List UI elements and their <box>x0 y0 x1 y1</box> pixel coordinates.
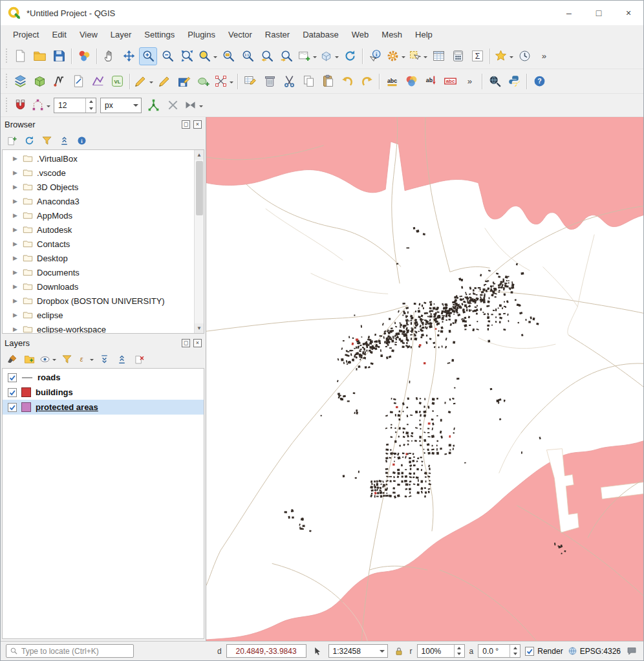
spin-up-icon[interactable] <box>86 98 96 105</box>
pin-labels-button[interactable] <box>422 72 440 91</box>
new-virtual-layer-button[interactable] <box>108 72 126 91</box>
refresh-map-button[interactable] <box>341 47 359 65</box>
maximize-button[interactable]: □ <box>584 1 614 25</box>
layer-visibility-checkbox[interactable] <box>8 373 17 382</box>
browser-item-autodesk[interactable]: ▶Autodesk <box>3 222 194 237</box>
browser-item-contacts[interactable]: ▶Contacts <box>3 237 194 251</box>
messages-button[interactable] <box>625 645 638 658</box>
redo-button[interactable] <box>358 72 376 91</box>
browser-item-anaconda3[interactable]: ▶Anaconda3 <box>3 194 194 208</box>
browser-panel-header[interactable]: Browser ◻ × <box>1 117 206 132</box>
zoom-native-resolution-button[interactable] <box>239 47 257 65</box>
statistical-summary-button[interactable] <box>468 47 486 65</box>
menu-help[interactable]: Help <box>409 27 438 42</box>
browser-item-documents[interactable]: ▶Documents <box>3 265 194 279</box>
float-panel-icon[interactable]: ◻ <box>182 339 190 347</box>
menu-project[interactable]: Project <box>7 27 45 42</box>
magnifier-spinner[interactable]: 100% <box>417 644 465 658</box>
close-panel-icon[interactable]: × <box>193 120 202 129</box>
browser-item-appmods[interactable]: ▶AppMods <box>3 208 194 222</box>
topological-editing-button[interactable] <box>144 96 162 114</box>
expand-arrow-icon[interactable]: ▶ <box>12 312 19 318</box>
menu-raster[interactable]: Raster <box>259 27 295 42</box>
metasearch-button[interactable] <box>486 72 504 91</box>
field-calculator-button[interactable] <box>449 47 467 65</box>
open-data-source-manager-button[interactable] <box>11 72 29 91</box>
paste-features-button[interactable] <box>319 72 337 91</box>
render-checkbox[interactable]: Render <box>525 647 563 656</box>
filter-by-expression-button[interactable] <box>76 352 94 367</box>
layer-row-buildings[interactable]: buildings <box>3 385 204 400</box>
browser-item--vscode[interactable]: ▶.vscode <box>3 166 194 180</box>
browser-scrollbar[interactable]: ▲ ▼ <box>194 150 204 333</box>
open-attribute-table-button[interactable] <box>429 47 447 65</box>
locate-input[interactable]: Type to locate (Ctrl+K) <box>6 644 134 658</box>
layers-panel-header[interactable]: Layers ◻ × <box>1 336 206 351</box>
snapping-units-combo[interactable]: px <box>100 98 142 113</box>
menu-settings[interactable]: Settings <box>138 27 180 42</box>
menu-layer[interactable]: Layer <box>105 27 138 42</box>
scrollbar-thumb[interactable] <box>196 161 203 215</box>
menu-web[interactable]: Web <box>346 27 375 42</box>
expand-arrow-icon[interactable]: ▶ <box>12 226 19 233</box>
menu-mesh[interactable]: Mesh <box>376 27 408 42</box>
highlight-labels-button[interactable] <box>441 72 459 91</box>
current-edits-button[interactable] <box>133 72 154 91</box>
rotation-spinner[interactable]: 0.0 ° <box>478 644 521 658</box>
help-contents-button[interactable] <box>530 72 548 91</box>
layer-row-roads[interactable]: roads <box>3 370 204 385</box>
expand-arrow-icon[interactable]: ▶ <box>12 283 19 290</box>
zoom-to-selection-button[interactable] <box>197 47 218 65</box>
zoom-next-button[interactable] <box>277 47 295 65</box>
collapse-all-browser-button[interactable] <box>56 133 72 148</box>
layer-visibility-checkbox[interactable] <box>8 403 17 412</box>
add-mesh-layer-button[interactable] <box>89 72 107 91</box>
pan-map-button[interactable] <box>100 47 118 65</box>
collapse-all-layers-button[interactable] <box>114 352 129 367</box>
toolbar-handle[interactable] <box>5 98 9 113</box>
save-project-button[interactable] <box>50 47 68 65</box>
add-vector-layer-button[interactable] <box>50 72 68 91</box>
remove-layer-button[interactable] <box>131 352 147 367</box>
layer-diagram-options-button[interactable] <box>402 72 420 91</box>
close-button[interactable]: × <box>614 1 643 25</box>
toolbar-overflow-button[interactable] <box>535 47 553 65</box>
browser-item-eclipse-workspace[interactable]: ▶eclipse-workspace <box>3 322 194 333</box>
toolbar-handle[interactable] <box>5 49 9 64</box>
expand-arrow-icon[interactable]: ▶ <box>12 269 19 276</box>
modify-attributes-button[interactable] <box>241 72 259 91</box>
menu-database[interactable]: Database <box>297 27 345 42</box>
save-layer-edits-button[interactable] <box>175 72 193 91</box>
zoom-in-button[interactable] <box>139 47 157 65</box>
coordinate-input[interactable]: 20.4849,-33.9843 <box>226 644 306 658</box>
expand-arrow-icon[interactable]: ▶ <box>12 198 19 204</box>
new-geopackage-layer-button[interactable] <box>30 72 48 91</box>
menu-view[interactable]: View <box>74 27 103 42</box>
map-canvas[interactable] <box>206 117 643 641</box>
expand-arrow-icon[interactable]: ▶ <box>12 241 19 247</box>
browser-item-eclipse[interactable]: ▶eclipse <box>3 308 194 322</box>
add-selected-layers-button[interactable] <box>4 133 19 148</box>
style-manager-button[interactable] <box>75 47 93 65</box>
enable-snapping-button[interactable] <box>11 96 29 114</box>
snapping-tolerance-spinbox[interactable]: 12 <box>54 98 96 113</box>
cut-features-button[interactable] <box>280 72 298 91</box>
add-group-button[interactable] <box>21 352 37 367</box>
new-project-button[interactable] <box>11 47 29 65</box>
pan-to-selection-button[interactable] <box>120 47 138 65</box>
browser-item-3d-objects[interactable]: ▶3D Objects <box>3 180 194 194</box>
expand-all-button[interactable] <box>96 352 112 367</box>
scroll-down-icon[interactable]: ▼ <box>195 323 204 333</box>
manage-map-themes-button[interactable] <box>39 352 57 367</box>
expand-arrow-icon[interactable]: ▶ <box>12 169 19 176</box>
browser-item-downloads[interactable]: ▶Downloads <box>3 279 194 294</box>
browser-item-dropbox-boston-university-[interactable]: ▶Dropbox (BOSTON UNIVERSITY) <box>3 294 194 308</box>
filter-browser-button[interactable] <box>39 133 54 148</box>
copy-features-button[interactable] <box>299 72 317 91</box>
open-layer-styling-button[interactable] <box>4 352 19 367</box>
spin-down-icon[interactable] <box>86 105 96 113</box>
run-feature-action-button[interactable] <box>385 47 406 65</box>
expand-arrow-icon[interactable]: ▶ <box>12 326 19 332</box>
refresh-browser-button[interactable] <box>21 133 37 148</box>
new-spatial-bookmark-button[interactable] <box>493 47 514 65</box>
